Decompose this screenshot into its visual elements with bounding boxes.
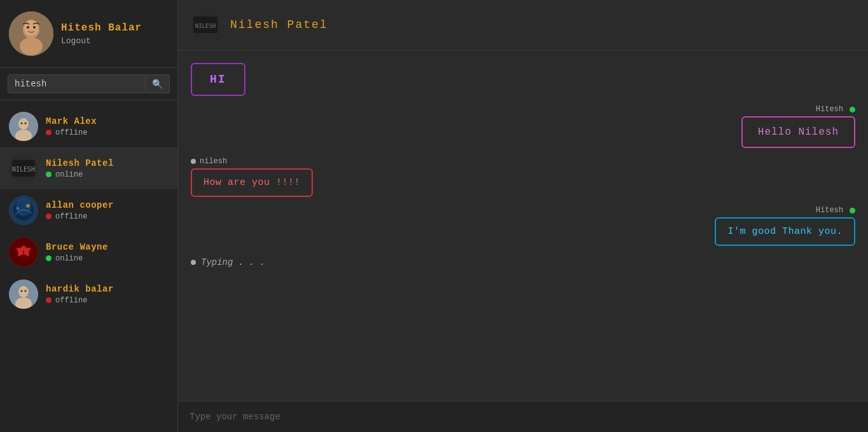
message-sender-label-hitesh1: Hitesh xyxy=(816,105,855,114)
chat-input-area xyxy=(178,401,868,432)
contact-info-mark-alex: Mark Alex offline xyxy=(46,116,97,137)
status-dot-nilesh-patel xyxy=(46,172,52,177)
status-text-allan-cooper: offline xyxy=(55,212,87,221)
message-bubble-how-are-you: How are you !!!! xyxy=(191,168,313,197)
message-row-how-are-you: nilesh How are you !!!! xyxy=(191,157,855,197)
chat-header-name: Nilesh Patel xyxy=(230,18,328,31)
contact-info-nilesh-patel: Nilesh Patel online xyxy=(46,158,114,179)
contact-name-nilesh-patel: Nilesh Patel xyxy=(46,158,114,168)
contact-item-allan-cooper[interactable]: allan cooper offline xyxy=(0,189,177,231)
sidebar: Hitesh Balar Logout 🔍 Mark Alex xyxy=(0,0,178,432)
message-row-hello-nilesh: Hitesh Hello Nilesh xyxy=(191,105,855,148)
contact-name-hardik-balar: hardik balar xyxy=(46,284,114,294)
sender-name-hitesh2: Hitesh xyxy=(816,206,843,215)
chat-input[interactable] xyxy=(189,409,857,424)
sender-name-nilesh: nilesh xyxy=(200,157,227,166)
svg-point-23 xyxy=(21,290,23,292)
message-bubble-im-good: I'm good Thank you. xyxy=(715,217,855,246)
avatar xyxy=(9,11,53,56)
sender-name-hitesh1: Hitesh xyxy=(816,105,843,114)
contact-avatar-mark-alex xyxy=(9,112,38,141)
contact-item-hardik-balar[interactable]: hardik balar offline xyxy=(0,273,177,315)
contact-status-nilesh-patel: online xyxy=(46,170,114,179)
contact-status-mark-alex: offline xyxy=(46,128,97,137)
messages-container: HI Hitesh Hello Nilesh nilesh How are yo… xyxy=(178,50,868,401)
contact-name-bruce-wayne: Bruce Wayne xyxy=(46,242,108,252)
svg-point-4 xyxy=(27,26,29,29)
svg-point-24 xyxy=(25,290,27,292)
status-text-bruce-wayne: online xyxy=(55,254,83,263)
typing-dot xyxy=(191,260,196,265)
search-bar: 🔍 xyxy=(0,68,177,100)
contact-item-mark-alex[interactable]: Mark Alex offline xyxy=(0,105,177,147)
status-text-mark-alex: offline xyxy=(55,128,87,137)
contact-item-nilesh-patel[interactable]: NILESH Nilesh Patel online xyxy=(0,147,177,189)
contact-status-hardik-balar: offline xyxy=(46,296,114,305)
contacts-list: Mark Alex offline NILESH Nilesh Patel xyxy=(0,100,177,432)
svg-point-18 xyxy=(17,207,19,210)
contact-status-bruce-wayne: online xyxy=(46,254,108,263)
profile-name: Hitesh Balar xyxy=(61,22,142,34)
contact-avatar-nilesh-patel: NILESH xyxy=(9,154,38,183)
chat-header: NILESH Nilesh Patel xyxy=(178,0,868,50)
status-dot-mark-alex xyxy=(46,130,52,135)
contact-status-allan-cooper: offline xyxy=(46,212,114,221)
typing-text: Typing . . . xyxy=(201,257,265,267)
contact-info-bruce-wayne: Bruce Wayne online xyxy=(46,242,108,263)
svg-point-21 xyxy=(18,286,29,297)
message-bubble-hi: HI xyxy=(191,63,245,96)
status-text-nilesh-patel: online xyxy=(55,170,83,179)
search-button[interactable]: 🔍 xyxy=(146,74,170,93)
contact-item-bruce-wayne[interactable]: Bruce Wayne online xyxy=(0,231,177,273)
svg-point-5 xyxy=(33,26,36,29)
svg-point-10 xyxy=(25,123,27,125)
message-row-hi: HI xyxy=(191,63,855,96)
status-dot-bruce-wayne xyxy=(46,255,52,261)
svg-point-7 xyxy=(18,118,29,130)
svg-point-9 xyxy=(21,123,23,125)
status-dot-hardik-balar xyxy=(46,297,52,303)
svg-point-2 xyxy=(20,37,43,55)
contact-name-mark-alex: Mark Alex xyxy=(46,116,97,126)
svg-text:NILESH: NILESH xyxy=(195,23,216,29)
message-sender-label-nilesh: nilesh xyxy=(191,157,227,166)
contact-avatar-bruce-wayne xyxy=(9,238,38,267)
status-dot-allan-cooper xyxy=(46,213,52,219)
logout-link[interactable]: Logout xyxy=(61,36,142,46)
chat-header-avatar: NILESH xyxy=(189,9,221,41)
message-sender-label-hitesh2: Hitesh xyxy=(816,206,855,215)
contact-info-hardik-balar: hardik balar offline xyxy=(46,284,114,305)
status-text-hardik-balar: offline xyxy=(55,296,87,305)
contact-name-allan-cooper: allan cooper xyxy=(46,200,114,210)
svg-text:NILESH: NILESH xyxy=(12,166,35,173)
hitesh-status-dot1 xyxy=(850,107,855,112)
search-input[interactable] xyxy=(8,74,146,93)
contact-avatar-hardik-balar xyxy=(9,280,38,309)
typing-indicator: Typing . . . xyxy=(191,255,855,270)
contact-info-allan-cooper: allan cooper offline xyxy=(46,200,114,221)
svg-point-17 xyxy=(26,204,30,208)
user-profile: Hitesh Balar Logout xyxy=(0,0,177,68)
message-bubble-hello-nilesh: Hello Nilesh xyxy=(741,116,855,148)
chat-area: NILESH Nilesh Patel HI Hitesh Hello Nile… xyxy=(178,0,868,432)
profile-info: Hitesh Balar Logout xyxy=(61,22,142,46)
message-row-im-good: Hitesh I'm good Thank you. xyxy=(191,206,855,246)
contact-avatar-allan-cooper xyxy=(9,196,38,225)
hitesh-status-dot2 xyxy=(850,208,855,213)
nilesh-sender-dot xyxy=(191,159,196,164)
